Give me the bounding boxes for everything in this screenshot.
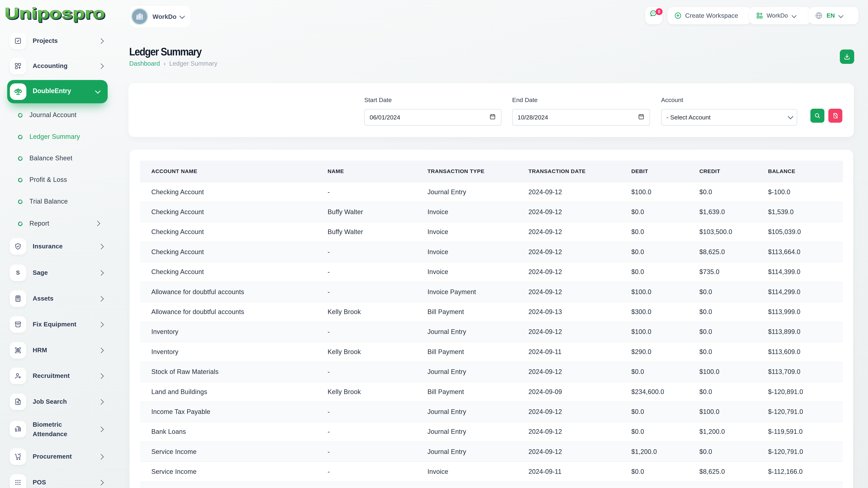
svg-text:S: S <box>16 269 20 276</box>
